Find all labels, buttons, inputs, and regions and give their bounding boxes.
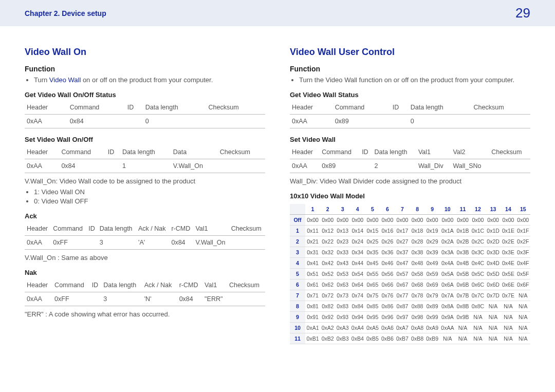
table-header: r-CMD bbox=[177, 278, 202, 292]
matrix-cell: 0x74 bbox=[350, 290, 365, 301]
matrix-col-header: 3 bbox=[335, 204, 350, 215]
matrix-cell: N/A bbox=[486, 333, 501, 344]
matrix-row-header: 10 bbox=[290, 323, 305, 333]
table-cell bbox=[125, 115, 143, 128]
right-column: Video Wall User Control Function Turn th… bbox=[290, 36, 530, 344]
matrix-cell: 0x56 bbox=[380, 269, 395, 279]
table-cell: 0xFF bbox=[51, 236, 86, 250]
matrix-cell: 0xA1 bbox=[305, 323, 320, 333]
matrix-cell: 0x29 bbox=[425, 236, 440, 247]
table-cell: Wall_Div bbox=[416, 159, 451, 173]
table-header: Command bbox=[59, 145, 105, 159]
matrix-cell: 0x17 bbox=[395, 226, 410, 236]
matrix-cell: 0x66 bbox=[380, 279, 395, 290]
matrix-cell: N/A bbox=[470, 312, 486, 323]
matrix-cell: 0xB8 bbox=[410, 333, 425, 344]
matrix-cell: 0x5E bbox=[501, 269, 515, 279]
get-status-heading: Get Video Wall On/Off Status bbox=[25, 91, 265, 99]
matrix-row-header: 5 bbox=[290, 269, 305, 279]
matrix-cell: 0x55 bbox=[365, 269, 380, 279]
matrix-cell: 0x26 bbox=[380, 236, 395, 247]
matrix-cell: N/A bbox=[501, 323, 515, 333]
table-header: Val1 bbox=[202, 278, 227, 292]
matrix-cell: 0xA7 bbox=[395, 323, 410, 333]
section-title-user-control: Video Wall User Control bbox=[290, 47, 530, 58]
matrix-cell: 0x4A bbox=[440, 258, 455, 269]
matrix-cell: 0x4E bbox=[501, 258, 515, 269]
matrix-cell: 0x69 bbox=[425, 279, 440, 290]
matrix-cell: 0x81 bbox=[305, 301, 320, 312]
matrix-cell: 0x6B bbox=[455, 279, 470, 290]
matrix-cell: 0x87 bbox=[395, 301, 410, 312]
matrix-col-header: 8 bbox=[410, 204, 425, 215]
matrix-cell: 0xB5 bbox=[365, 333, 380, 344]
table-header: Val1 bbox=[416, 145, 451, 159]
matrix-cell: 0x27 bbox=[395, 236, 410, 247]
table-header: Header bbox=[25, 101, 68, 115]
function-list: Turn the Video Wall function on or off o… bbox=[290, 76, 530, 84]
matrix-cell: 0x78 bbox=[410, 290, 425, 301]
table-header: Header bbox=[290, 145, 320, 159]
matrix-cell: 0x5A bbox=[440, 269, 455, 279]
matrix-col-header: 5 bbox=[365, 204, 380, 215]
video-wall-model-table: 123456789101112131415Off0x000x000x000x00… bbox=[290, 204, 530, 344]
matrix-cell: 0x65 bbox=[365, 279, 380, 290]
matrix-col-header: 7 bbox=[395, 204, 410, 215]
table-header: Command bbox=[51, 222, 86, 236]
matrix-cell: 0x53 bbox=[335, 269, 350, 279]
function-bullet: Turn Video Wall on or off on the product… bbox=[34, 76, 265, 84]
matrix-cell: 0x47 bbox=[395, 258, 410, 269]
matrix-cell: 0xB3 bbox=[335, 333, 350, 344]
matrix-cell: 0x42 bbox=[320, 258, 335, 269]
matrix-cell: 0x6A bbox=[440, 279, 455, 290]
matrix-cell: 0x92 bbox=[320, 312, 335, 323]
ack-heading: Ack bbox=[25, 212, 265, 220]
matrix-cell: N/A bbox=[501, 312, 515, 323]
matrix-cell: N/A bbox=[516, 312, 531, 323]
matrix-cell: 0x1C bbox=[470, 226, 486, 236]
matrix-cell: 0x99 bbox=[425, 312, 440, 323]
matrix-cell: 0x00 bbox=[305, 215, 320, 226]
matrix-cell: 0x2E bbox=[501, 236, 515, 247]
matrix-cell: 0x94 bbox=[350, 312, 365, 323]
matrix-cell: 0x3C bbox=[470, 247, 486, 258]
matrix-cell: N/A bbox=[455, 333, 470, 344]
matrix-cell: 0x00 bbox=[516, 215, 531, 226]
matrix-cell: 0x1B bbox=[455, 226, 470, 236]
table-header: Checksum bbox=[472, 101, 530, 115]
matrix-cell: 0x3F bbox=[516, 247, 531, 258]
matrix-cell: 0xB6 bbox=[380, 333, 395, 344]
matrix-cell: N/A bbox=[516, 290, 531, 301]
table-header: Checksum bbox=[227, 278, 265, 292]
matrix-cell: 0x16 bbox=[380, 226, 395, 236]
matrix-cell: 0x38 bbox=[410, 247, 425, 258]
matrix-cell: 0x00 bbox=[395, 215, 410, 226]
matrix-cell: 0x2A bbox=[440, 236, 455, 247]
get-status-heading: Get Video Wall Status bbox=[290, 91, 530, 99]
matrix-cell: N/A bbox=[501, 301, 515, 312]
matrix-cell: 0x11 bbox=[305, 226, 320, 236]
table-cell bbox=[489, 159, 530, 173]
table-cell bbox=[207, 115, 265, 128]
matrix-cell: 0x1A bbox=[440, 226, 455, 236]
table-cell bbox=[360, 159, 372, 173]
matrix-cell: 0x43 bbox=[335, 258, 350, 269]
matrix-cell: 0xB9 bbox=[425, 333, 440, 344]
table-header: Header bbox=[25, 145, 59, 159]
matrix-cell: 0x85 bbox=[365, 301, 380, 312]
matrix-cell: 0x98 bbox=[410, 312, 425, 323]
table-cell: "ERR" bbox=[202, 292, 227, 306]
matrix-cell: 0x4F bbox=[516, 258, 531, 269]
matrix-cell: 0x00 bbox=[440, 215, 455, 226]
matrix-cell: 0x00 bbox=[486, 215, 501, 226]
matrix-cell: 0x4D bbox=[486, 258, 501, 269]
set-onoff-table: HeaderCommandIDData lengthDataChecksum0x… bbox=[25, 145, 265, 173]
get-status-table: HeaderCommandIDData lengthChecksum0xAA0x… bbox=[290, 101, 530, 128]
matrix-cell: 0x2C bbox=[470, 236, 486, 247]
matrix-cell: 0x46 bbox=[380, 258, 395, 269]
table-header: Header bbox=[290, 101, 333, 115]
table-cell bbox=[106, 159, 120, 173]
matrix-cell: 0x22 bbox=[320, 236, 335, 247]
ack-table: HeaderCommandIDData lengthAck / Nakr-CMD… bbox=[25, 222, 265, 250]
matrix-cell: 0xB4 bbox=[350, 333, 365, 344]
